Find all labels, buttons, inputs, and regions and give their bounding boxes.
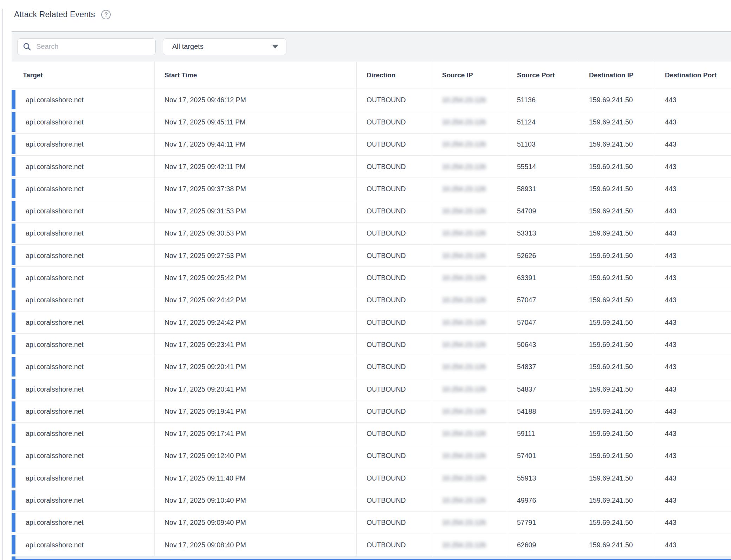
cell-destination-ip: 159.69.241.50 <box>579 512 655 534</box>
table-row[interactable]: api.coralsshore.net Nov 17, 2025 09:27:5… <box>12 245 731 267</box>
start-time-value: Nov 17, 2025 09:46:12 PM <box>164 96 246 104</box>
cell-source-port: 52626 <box>507 245 579 266</box>
start-time-value: Nov 17, 2025 09:27:53 PM <box>164 252 246 260</box>
direction-value: OUTBOUND <box>367 363 406 371</box>
severity-indicator <box>12 313 15 332</box>
source-ip-value-redacted: 10.254.23.126 <box>442 452 486 460</box>
table-row[interactable]: api.coralsshore.net Nov 17, 2025 09:20:4… <box>12 356 731 378</box>
severity-indicator <box>12 246 15 265</box>
cell-direction: OUTBOUND <box>357 178 432 200</box>
source-port-value: 50643 <box>517 341 536 349</box>
destination-port-value: 443 <box>665 118 677 126</box>
cell-direction: OUTBOUND <box>357 378 432 400</box>
table-row[interactable]: api.coralsshore.net Nov 17, 2025 09:12:4… <box>12 445 731 467</box>
severity-indicator <box>12 513 15 532</box>
cell-start-time: Nov 17, 2025 09:31:53 PM <box>155 200 357 222</box>
severity-indicator <box>12 335 15 354</box>
table-row[interactable]: api.coralsshore.net Nov 17, 2025 09:25:4… <box>12 267 731 289</box>
target-filter-dropdown[interactable]: All targets <box>163 38 286 55</box>
severity-indicator <box>12 268 15 287</box>
source-ip-value-redacted: 10.254.23.126 <box>442 341 486 349</box>
severity-indicator <box>12 90 15 109</box>
cell-source-ip: 10.254.23.126 <box>432 289 507 311</box>
cell-target: api.coralsshore.net <box>12 512 155 534</box>
direction-value: OUTBOUND <box>367 118 406 126</box>
cell-destination-ip: 159.69.241.50 <box>579 89 655 111</box>
table-row[interactable]: api.coralsshore.net Nov 17, 2025 09:24:4… <box>12 311 731 334</box>
destination-port-value: 443 <box>665 252 677 260</box>
cell-source-ip: 10.254.23.126 <box>432 356 507 378</box>
start-time-value: Nov 17, 2025 09:24:42 PM <box>164 318 246 327</box>
start-time-value: Nov 17, 2025 09:30:53 PM <box>164 229 246 237</box>
severity-indicator <box>12 357 15 376</box>
start-time-value: Nov 17, 2025 09:10:40 PM <box>164 496 246 504</box>
table-row[interactable]: api.coralsshore.net Nov 17, 2025 09:44:1… <box>12 134 731 156</box>
table-row[interactable]: api.coralsshore.net Nov 17, 2025 09:23:4… <box>12 334 731 356</box>
direction-value: OUTBOUND <box>367 341 406 349</box>
help-icon[interactable]: ? <box>101 10 111 19</box>
destination-ip-value: 159.69.241.50 <box>589 207 633 215</box>
cell-direction: OUTBOUND <box>357 156 432 178</box>
cell-direction: OUTBOUND <box>357 200 432 222</box>
cell-start-time: Nov 17, 2025 09:10:40 PM <box>155 489 357 511</box>
cell-source-ip: 10.254.23.126 <box>432 267 507 289</box>
cell-start-time: Nov 17, 2025 09:24:42 PM <box>155 289 357 311</box>
cell-destination-ip: 159.69.241.50 <box>579 400 655 422</box>
cell-target: api.coralsshore.net <box>12 423 155 444</box>
severity-indicator <box>12 290 15 310</box>
destination-port-value: 443 <box>665 185 677 193</box>
destination-port-value: 443 <box>665 296 677 304</box>
direction-value: OUTBOUND <box>367 185 406 193</box>
table-row[interactable]: api.coralsshore.net Nov 17, 2025 09:17:4… <box>12 423 731 445</box>
search-box[interactable] <box>17 38 156 55</box>
source-port-value: 54188 <box>517 407 536 416</box>
cell-start-time: Nov 17, 2025 09:37:38 PM <box>155 178 357 200</box>
cell-source-port: 51136 <box>507 89 579 111</box>
table-header-row: Target Start Time Direction Source IP So… <box>12 62 731 89</box>
target-value: api.coralsshore.net <box>26 252 84 260</box>
cell-start-time: Nov 17, 2025 09:25:42 PM <box>155 267 357 289</box>
destination-ip-value: 159.69.241.50 <box>589 363 633 371</box>
table-row[interactable]: api.coralsshore.net Nov 17, 2025 09:19:4… <box>12 400 731 423</box>
cell-source-ip: 10.254.23.126 <box>432 223 507 244</box>
table-row[interactable]: api.coralsshore.net Nov 17, 2025 09:08:4… <box>12 534 731 556</box>
table-row[interactable]: api.coralsshore.net Nov 17, 2025 09:09:4… <box>12 512 731 534</box>
cell-source-ip: 10.254.23.126 <box>432 111 507 133</box>
cell-source-port: 54837 <box>507 356 579 378</box>
cell-source-ip: 10.254.23.126 <box>432 245 507 266</box>
source-ip-value-redacted: 10.254.23.126 <box>442 474 486 482</box>
table-row[interactable]: api.coralsshore.net Nov 17, 2025 09:30:5… <box>12 223 731 245</box>
cell-destination-ip: 159.69.241.50 <box>579 356 655 378</box>
cell-start-time: Nov 17, 2025 09:44:11 PM <box>155 134 357 155</box>
cell-start-time: Nov 17, 2025 09:30:53 PM <box>155 223 357 244</box>
destination-ip-value: 159.69.241.50 <box>589 185 633 193</box>
search-input[interactable] <box>36 43 150 51</box>
source-port-value: 62609 <box>517 541 536 549</box>
table-row[interactable]: api.coralsshore.net Nov 17, 2025 09:10:4… <box>12 489 731 511</box>
cell-target: api.coralsshore.net <box>12 311 155 333</box>
table-row[interactable]: api.coralsshore.net Nov 17, 2025 09:11:4… <box>12 467 731 489</box>
table-row[interactable]: api.coralsshore.net Nov 17, 2025 09:20:4… <box>12 378 731 400</box>
destination-ip-value: 159.69.241.50 <box>589 474 633 482</box>
target-value: api.coralsshore.net <box>26 430 84 438</box>
source-ip-value-redacted: 10.254.23.126 <box>442 519 486 527</box>
destination-ip-value: 159.69.241.50 <box>589 318 633 327</box>
destination-port-value: 443 <box>665 229 677 237</box>
table-row[interactable]: api.coralsshore.net Nov 17, 2025 09:24:4… <box>12 289 731 311</box>
table-row[interactable]: api.coralsshore.net Nov 17, 2025 09:45:1… <box>12 111 731 133</box>
cell-destination-ip: 159.69.241.50 <box>579 134 655 155</box>
destination-port-value: 443 <box>665 341 677 349</box>
severity-indicator <box>12 112 15 131</box>
cell-destination-ip: 159.69.241.50 <box>579 489 655 511</box>
cell-target: api.coralsshore.net <box>12 534 155 556</box>
destination-port-value: 443 <box>665 318 677 327</box>
table-row[interactable]: api.coralsshore.net Nov 17, 2025 09:46:1… <box>12 89 731 111</box>
table-row[interactable]: api.coralsshore.net Nov 17, 2025 09:31:5… <box>12 200 731 222</box>
destination-ip-value: 159.69.241.50 <box>589 519 633 527</box>
destination-port-value: 443 <box>665 363 677 371</box>
table-row[interactable]: api.coralsshore.net Nov 17, 2025 09:42:1… <box>12 156 731 178</box>
cell-target: api.coralsshore.net <box>12 400 155 422</box>
start-time-value: Nov 17, 2025 09:20:41 PM <box>164 363 246 371</box>
table-row[interactable]: api.coralsshore.net Nov 17, 2025 09:37:3… <box>12 178 731 200</box>
destination-ip-value: 159.69.241.50 <box>589 407 633 416</box>
